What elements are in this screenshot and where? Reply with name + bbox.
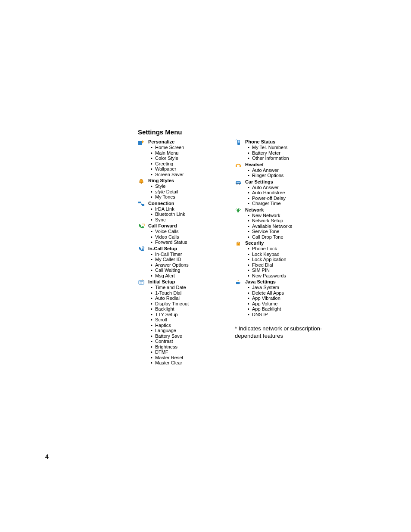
- svg-rect-11: [236, 165, 237, 167]
- section-network: Network New Network Network Setup Availa…: [235, 207, 332, 240]
- list-item: Auto Answer: [245, 168, 332, 173]
- list-item: Master Reset: [148, 355, 235, 361]
- list-item: Other Information: [245, 156, 332, 161]
- heading-headset: Headset: [245, 162, 332, 168]
- list-item: Forward Status: [148, 240, 235, 245]
- right-column: Phone Status My Tel. Numbers Battery Met…: [235, 139, 332, 367]
- list-item: Haptics: [148, 323, 235, 328]
- section-phone-status: Phone Status My Tel. Numbers Battery Met…: [235, 139, 332, 161]
- list-item: Contrast: [148, 339, 235, 344]
- heading-personalize: Personalize: [148, 139, 235, 145]
- list-item: New Network: [245, 213, 332, 218]
- list-item: Lock Keypad: [245, 252, 332, 257]
- list-item: Available Networks: [245, 224, 332, 229]
- section-in-call-setup: In-Call Setup In-Call Timer My Caller ID…: [138, 246, 235, 279]
- list-item: Style: [148, 184, 235, 189]
- list-initial-setup: Time and Date 1-Touch Dial Auto Redial D…: [148, 285, 235, 366]
- list-item: My Caller ID: [148, 257, 235, 262]
- list-headset: Auto Answer Ringer Options: [245, 168, 332, 178]
- list-ring-styles: Style style Detail My Tones: [148, 184, 235, 200]
- phone-status-icon: [235, 139, 245, 161]
- list-item: Main Menu: [148, 150, 235, 156]
- list-item: Brightness: [148, 344, 235, 350]
- heading-car-settings: Car Settings: [245, 179, 332, 185]
- svg-point-14: [239, 183, 240, 184]
- java-settings-icon: [235, 279, 245, 317]
- list-item: Network Setup: [245, 218, 332, 224]
- list-item: Lock Application: [245, 257, 332, 262]
- list-item: Answer Options: [148, 262, 235, 268]
- ring-styles-icon: [138, 178, 148, 200]
- list-java-settings: Java System Delete All Apps App Vibratio…: [245, 285, 332, 317]
- heading-network: Network: [245, 207, 332, 213]
- list-security: Phone Lock Lock Keypad Lock Application …: [245, 246, 332, 278]
- call-forward-icon: [138, 223, 148, 245]
- list-item: Phone Lock: [245, 246, 332, 252]
- heading-in-call-setup: In-Call Setup: [148, 246, 235, 252]
- list-item: Auto Handsfree: [245, 190, 332, 196]
- list-item: Backlight: [148, 306, 235, 312]
- list-item: Screen Saver: [148, 172, 235, 177]
- list-car-settings: Auto Answer Auto Handsfree Power-off Del…: [245, 185, 332, 206]
- list-item: Wallpaper: [148, 166, 235, 172]
- section-headset: Headset Auto Answer Ringer Options: [235, 162, 332, 178]
- initial-setup-icon: [138, 279, 148, 366]
- list-network: New Network Network Setup Available Netw…: [245, 213, 332, 240]
- list-item: DTMF: [148, 349, 235, 355]
- list-personalize: Home Screen Main Menu Color Style Greeti…: [148, 145, 235, 177]
- page-title: Settings Menu: [138, 128, 366, 136]
- svg-rect-2: [138, 202, 141, 203]
- page-number: 4: [45, 453, 49, 460]
- list-item: App Vibration: [245, 296, 332, 301]
- svg-line-16: [236, 208, 237, 210]
- heading-ring-styles: Ring Styles: [148, 178, 235, 184]
- list-item: DNS IP: [245, 312, 332, 317]
- car-settings-icon: [235, 179, 245, 206]
- section-security: Security Phone Lock Lock Keypad Lock App…: [235, 240, 332, 278]
- heading-initial-setup: Initial Setup: [148, 279, 235, 285]
- list-item: Display Timeout: [148, 301, 235, 307]
- list-item: Greeting: [148, 161, 235, 167]
- network-icon: [235, 207, 245, 240]
- list-item: Sync: [148, 217, 235, 223]
- list-item: Call Drop Tone: [245, 234, 332, 240]
- list-item: Service Tone: [245, 229, 332, 234]
- list-item: Power-off Delay: [245, 196, 332, 201]
- list-item: My Tel. Numbers: [245, 145, 332, 150]
- section-java-settings: Java Settings Java System Delete All App…: [235, 279, 332, 317]
- svg-rect-12: [240, 165, 241, 167]
- list-item: Java System: [245, 285, 332, 290]
- list-item: Auto Answer: [245, 185, 332, 190]
- heading-security: Security: [245, 240, 332, 246]
- list-item: Charger Time: [245, 201, 332, 206]
- svg-point-19: [238, 244, 239, 245]
- list-item: Fixed Dial: [245, 262, 332, 268]
- heading-java-settings: Java Settings: [245, 279, 332, 285]
- list-item: SIM PIN: [245, 268, 332, 273]
- list-item: Time and Date: [148, 285, 235, 290]
- section-car-settings: Car Settings Auto Answer Auto Handsfree …: [235, 179, 332, 206]
- list-item: Language: [148, 328, 235, 333]
- heading-phone-status: Phone Status: [245, 139, 332, 145]
- list-item: Video Calls: [148, 234, 235, 240]
- list-item: Battery Meter: [245, 150, 332, 156]
- list-item: Home Screen: [148, 145, 235, 150]
- svg-line-17: [240, 208, 241, 210]
- list-item: In-Call Timer: [148, 252, 235, 257]
- list-item: Master Clear: [148, 360, 235, 366]
- content-area: Settings Menu Personalize Home Screen Ma…: [138, 128, 366, 367]
- list-item: Msg Alert: [148, 273, 235, 279]
- svg-point-1: [141, 183, 142, 184]
- svg-rect-10: [238, 140, 240, 143]
- section-personalize: Personalize Home Screen Main Menu Color …: [138, 139, 235, 177]
- list-in-call-setup: In-Call Timer My Caller ID Answer Option…: [148, 252, 235, 279]
- security-icon: [235, 240, 245, 278]
- list-item: Scroll: [148, 317, 235, 323]
- columns: Personalize Home Screen Main Menu Color …: [138, 139, 366, 367]
- list-item: Delete All Apps: [245, 290, 332, 296]
- list-call-forward: Voice Calls Video Calls Forward Status: [148, 229, 235, 245]
- section-initial-setup: Initial Setup Time and Date 1-Touch Dial…: [138, 279, 235, 366]
- list-item: style Detail: [148, 189, 235, 195]
- svg-rect-15: [237, 182, 240, 183]
- list-item: New Passwords: [245, 273, 332, 279]
